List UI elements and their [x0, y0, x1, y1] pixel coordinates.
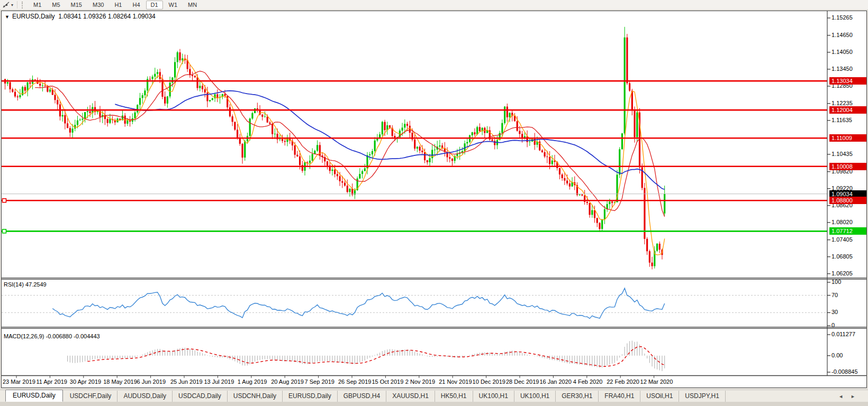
timeframe-w1[interactable]: W1: [164, 1, 183, 10]
crosshair-tool-icon[interactable]: [2, 1, 11, 8]
date-label: 22 Feb 2020: [607, 379, 639, 385]
price-tick-label: 1.12235: [831, 100, 853, 106]
window-bottom-strip: [0, 402, 868, 406]
price-tick-label: 1.06805: [831, 253, 853, 260]
tab-scroll-arrows: ◄►: [838, 394, 863, 399]
date-label: 12 Mar 2020: [640, 379, 673, 385]
instrument-tab[interactable]: UK100,H1: [473, 391, 514, 402]
instrument-tab[interactable]: UK100,H1: [514, 391, 556, 402]
rsi-tick-label: 100: [831, 279, 841, 285]
instrument-tab[interactable]: AUDUSD,Daily: [117, 391, 173, 402]
toolbar-separator: [17, 1, 17, 8]
instrument-tab[interactable]: GBPUSD,H4: [338, 391, 386, 402]
date-label: 10 Dec 2019: [473, 379, 505, 385]
date-label: 7 Sep 2019: [305, 379, 334, 385]
chart-title: ▼EURUSD,Daily 1.08341 1.09326 1.08264 1.…: [5, 13, 156, 20]
instrument-tab[interactable]: USOil,H1: [640, 391, 679, 402]
instrument-tab[interactable]: XAUUSD,H1: [386, 391, 435, 402]
price-badge: 1.13034: [829, 77, 866, 85]
rsi-label: RSI(14) 47.2549: [4, 281, 47, 288]
tool-dropdown-icon[interactable]: ▾: [11, 3, 13, 7]
chart-tab-bar: EURUSD,DailyUSDCHF,DailyAUDUSD,DailyUSDC…: [0, 390, 868, 402]
price-tick-label: 1.06205: [831, 270, 853, 276]
timeframe-m30[interactable]: M30: [88, 1, 108, 10]
timeframe-m5[interactable]: M5: [47, 1, 65, 10]
rsi-tick-label: 70: [831, 292, 838, 298]
instrument-tab[interactable]: EURUSD,Daily: [5, 390, 63, 402]
price-badge: 1.12004: [829, 106, 866, 114]
timeframe-h4[interactable]: H4: [128, 1, 144, 10]
timeframe-mn[interactable]: MN: [183, 1, 202, 10]
timeframe-h1[interactable]: H1: [110, 1, 126, 10]
timeframe-m15[interactable]: M15: [66, 1, 87, 10]
macd-label: MACD(12,26,9) -0.006880 -0.004443: [4, 333, 100, 339]
date-label: 18 May 2019: [103, 379, 137, 385]
price-tick-label: 1.10435: [831, 151, 853, 157]
price-badge: 1.11009: [829, 134, 866, 142]
date-label: 26 Sep 2019: [338, 379, 371, 385]
date-label: 13 Jul 2019: [204, 379, 234, 385]
date-label: 6 Jun 2019: [137, 379, 166, 385]
date-label: 15 Oct 2019: [372, 379, 403, 385]
instrument-tab[interactable]: FRA40,H1: [599, 391, 640, 402]
macd-tick-label: 0.011277: [831, 331, 855, 337]
macd-tick-label: 0.00: [831, 352, 843, 358]
price-tick-label: 1.13450: [831, 66, 853, 72]
chart-canvas[interactable]: [2, 11, 866, 378]
chart-symbol-period: EURUSD,Daily: [12, 13, 55, 20]
top-toolbar: ▾ M1M5M15M30H1H4D1W1MN: [0, 0, 868, 10]
instrument-tab[interactable]: HK50,H1: [435, 391, 473, 402]
instrument-tab[interactable]: GER30,H1: [556, 391, 599, 402]
chart-ohlc-values: 1.08341 1.09326 1.08264 1.09034: [58, 13, 156, 20]
rsi-tick-label: 30: [831, 309, 838, 315]
date-label: 28 Dec 2019: [506, 379, 539, 385]
date-label: 4 Feb 2020: [573, 379, 603, 385]
instrument-tab[interactable]: USDCNH,Daily: [228, 391, 283, 402]
instrument-tab[interactable]: USDCAD,Daily: [173, 391, 228, 402]
date-label: 30 Apr 2019: [70, 379, 101, 385]
price-tick-label: 1.08020: [831, 219, 853, 225]
price-badge: 1.08800: [829, 197, 866, 204]
date-label: 16 Jan 2020: [539, 379, 572, 385]
instrument-tab[interactable]: EURUSD,Daily: [283, 391, 338, 402]
price-badge: 1.10008: [829, 163, 866, 170]
date-label: 21 Nov 2019: [439, 379, 472, 385]
macd-tick-label: -0.008845: [831, 368, 858, 375]
instrument-tab[interactable]: USDCHF,Daily: [64, 391, 118, 402]
chart-window[interactable]: ▼EURUSD,Daily 1.08341 1.09326 1.08264 1.…: [1, 11, 867, 388]
price-tick-label: 1.15265: [831, 14, 853, 21]
timeframe-m1[interactable]: M1: [29, 1, 46, 10]
date-label: 25 Jun 2019: [170, 379, 203, 385]
date-label: 2 Nov 2019: [405, 379, 435, 385]
price-badge: 1.07712: [829, 227, 866, 235]
date-label: 23 Mar 2019: [3, 379, 35, 385]
rsi-tick-label: 0: [831, 322, 835, 328]
timeframe-buttons: M1M5M15M30H1H4D1W1MN: [28, 1, 202, 10]
price-tick-label: 1.11635: [831, 117, 852, 123]
price-tick-label: 1.07405: [831, 236, 853, 243]
tab-scroll-right-icon[interactable]: ►: [851, 394, 863, 399]
price-tick-label: 1.14050: [831, 49, 853, 55]
timeframe-d1[interactable]: D1: [146, 1, 163, 10]
price-tick-label: 1.14650: [831, 32, 853, 38]
toolbar-grip[interactable]: [22, 2, 24, 8]
date-label: 20 Aug 2019: [271, 379, 304, 385]
date-label: 11 Apr 2019: [36, 379, 67, 385]
date-label: 1 Aug 2019: [238, 379, 267, 385]
instrument-tab[interactable]: USDJPY,H1: [679, 391, 725, 402]
tab-scroll-left-icon[interactable]: ◄: [838, 394, 851, 399]
collapse-triangle-icon[interactable]: ▼: [5, 14, 10, 20]
